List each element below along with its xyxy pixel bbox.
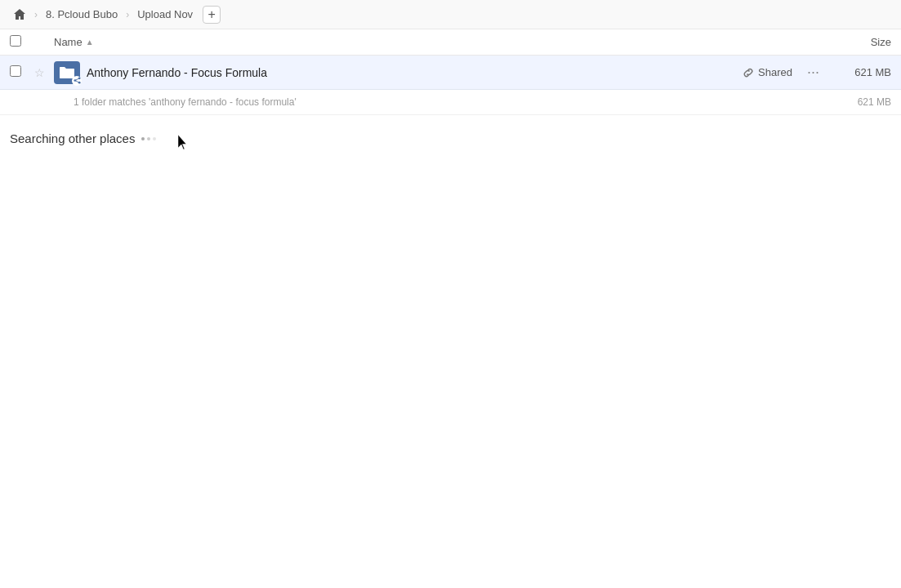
- row-checkbox-col[interactable]: [10, 65, 34, 79]
- shared-badge: Shared: [743, 66, 792, 78]
- summary-row: 1 folder matches 'anthony fernando - foc…: [0, 90, 901, 115]
- star-button[interactable]: ☆: [34, 66, 54, 79]
- summary-text: 1 folder matches 'anthony fernando - foc…: [74, 96, 297, 108]
- svg-line-4: [74, 81, 78, 83]
- size-column-header[interactable]: Size: [826, 36, 891, 48]
- breadcrumb-separator-2: ›: [126, 9, 129, 20]
- file-size: 621 MB: [834, 66, 891, 78]
- breadcrumb-upload-nov[interactable]: Upload Nov: [134, 7, 196, 22]
- folder-icon: [54, 60, 80, 86]
- file-list-item[interactable]: ☆ Anthony Fernando - Focus Fo: [0, 56, 901, 90]
- dot-3: [153, 137, 156, 140]
- loading-indicator: [141, 137, 156, 140]
- name-column-header[interactable]: Name ▲: [54, 36, 826, 48]
- svg-line-3: [74, 78, 78, 81]
- main-content: ☆ Anthony Fernando - Focus Fo: [0, 56, 901, 155]
- searching-section: Searching other places: [0, 115, 901, 155]
- dot-2: [147, 137, 150, 140]
- breadcrumb-bar: › 8. Pcloud Bubo › Upload Nov +: [0, 0, 901, 29]
- add-breadcrumb-button[interactable]: +: [203, 6, 221, 24]
- dot-1: [141, 137, 145, 140]
- select-all-checkbox[interactable]: [10, 35, 21, 47]
- more-options-button[interactable]: ···: [802, 62, 824, 82]
- shared-label: Shared: [758, 66, 792, 78]
- column-header-row: Name ▲ Size: [0, 29, 901, 56]
- home-breadcrumb[interactable]: [10, 5, 29, 24]
- sort-indicator-icon: ▲: [86, 38, 94, 47]
- file-name: Anthony Fernando - Focus Formula: [87, 66, 743, 79]
- name-column-label: Name: [54, 36, 83, 48]
- breadcrumb-pcloud[interactable]: 8. Pcloud Bubo: [42, 7, 121, 22]
- row-checkbox[interactable]: [10, 65, 21, 77]
- link-icon: [743, 67, 754, 78]
- searching-label: Searching other places: [10, 131, 135, 145]
- summary-size: 621 MB: [858, 96, 891, 108]
- breadcrumb-separator-1: ›: [34, 9, 38, 20]
- select-all-checkbox-col[interactable]: [10, 35, 34, 49]
- folder-icon-blue: [54, 61, 80, 84]
